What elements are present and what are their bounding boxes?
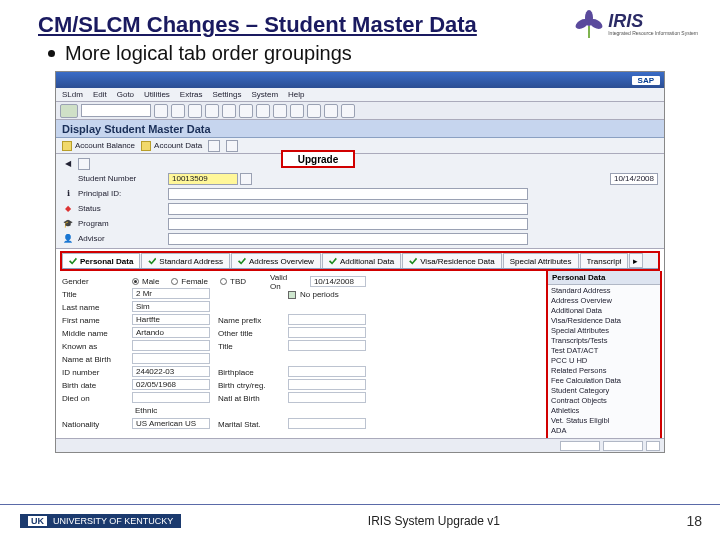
field-value[interactable] — [288, 327, 366, 338]
list-item[interactable]: Vet. Status Eligibl — [551, 416, 657, 426]
gender-male-radio[interactable]: Male — [132, 277, 159, 286]
list-item[interactable]: Fee Calculation Data — [551, 376, 657, 386]
ethnic-field[interactable]: Ethnic — [132, 405, 210, 416]
list-item[interactable]: Address Overview — [551, 296, 657, 306]
field-value[interactable] — [132, 353, 210, 364]
menu-item[interactable]: Utilities — [144, 90, 170, 99]
advisor-icon: 👤 — [62, 234, 74, 243]
bullet-text: More logical tab order groupings — [65, 42, 352, 65]
gender-tbd-radio[interactable]: TBD — [220, 277, 246, 286]
search-help-button[interactable] — [240, 173, 252, 185]
field-value[interactable]: Artando — [132, 327, 210, 338]
tab-special-attributes[interactable]: Special Attributes — [503, 253, 579, 268]
field-label: Middle name — [62, 327, 124, 340]
field-value[interactable] — [288, 392, 366, 403]
menu-item[interactable]: Settings — [213, 90, 242, 99]
menu-item[interactable]: SLdm — [62, 90, 83, 99]
field-label: Nationality — [62, 418, 124, 431]
list-item[interactable]: Contract Objects — [551, 396, 657, 406]
side-panel-list[interactable]: Standard Address Address Overview Additi… — [548, 285, 660, 449]
application-toolbar: Account Balance Account Data — [56, 138, 664, 154]
list-item[interactable]: Related Persons — [551, 366, 657, 376]
menu-bar[interactable]: SLdm Edit Goto Utilities Extras Settings… — [56, 88, 664, 102]
field-value[interactable]: US American US — [132, 418, 210, 429]
menu-item[interactable]: Goto — [117, 90, 134, 99]
field-value[interactable] — [288, 418, 366, 429]
list-item[interactable]: Visa/Residence Data — [551, 316, 657, 326]
field-value[interactable] — [288, 314, 366, 325]
tab-transcript[interactable]: Transcript — [580, 253, 628, 268]
gender-female-radio[interactable]: Female — [171, 277, 208, 286]
field-value[interactable] — [288, 340, 366, 351]
account-balance-button[interactable]: Account Balance — [62, 141, 135, 151]
toolbar-button[interactable] — [341, 104, 355, 118]
list-item[interactable]: PCC U HD — [551, 356, 657, 366]
toolbar-button[interactable] — [273, 104, 287, 118]
personal-data-form: Gender Male Female TBD Valid On 10/14/20… — [56, 271, 546, 451]
toolbar-button[interactable] — [222, 104, 236, 118]
toolbar-button[interactable] — [307, 104, 321, 118]
document-icon — [141, 141, 151, 151]
list-item[interactable]: Additional Data — [551, 306, 657, 316]
menu-item[interactable]: Help — [288, 90, 304, 99]
tab-personal-data[interactable]: Personal Data — [62, 253, 140, 268]
toolbar-button[interactable] — [60, 104, 78, 118]
field-value[interactable] — [132, 340, 210, 351]
field-value[interactable]: 02/05/1968 — [132, 379, 210, 390]
toolbar-button[interactable] — [290, 104, 304, 118]
menu-item[interactable]: Edit — [93, 90, 107, 99]
student-number-field[interactable]: 10013509 — [168, 173, 238, 185]
tab-standard-address[interactable]: Standard Address — [141, 253, 230, 268]
toolbar-button[interactable] — [239, 104, 253, 118]
toolbar-button[interactable] — [205, 104, 219, 118]
field-value[interactable]: Hartfte — [132, 314, 210, 325]
tab-additional-data[interactable]: Additional Data — [322, 253, 401, 268]
sap-brand-badge: SAP — [632, 76, 660, 85]
toolbar-button[interactable] — [188, 104, 202, 118]
field-value[interactable] — [288, 379, 366, 390]
program-field — [168, 218, 528, 230]
tab-address-overview[interactable]: Address Overview — [231, 253, 321, 268]
valid-on-field[interactable]: 10/14/2008 — [310, 276, 366, 287]
field-value[interactable] — [288, 366, 366, 377]
key-date-field[interactable]: 10/14/2008 — [610, 173, 658, 185]
menu-item[interactable]: Extras — [180, 90, 203, 99]
toolbar-button[interactable] — [324, 104, 338, 118]
collapse-icon[interactable]: ◀ — [62, 159, 74, 168]
status-icon: ◆ — [62, 204, 74, 213]
application-title: Display Student Master Data — [56, 120, 664, 138]
list-item[interactable]: Special Attributes — [551, 326, 657, 336]
toolbar-button[interactable] — [256, 104, 270, 118]
account-data-button[interactable]: Account Data — [141, 141, 202, 151]
status-label: Status — [78, 204, 168, 213]
field-value[interactable]: 244022-03 — [132, 366, 210, 377]
list-item[interactable]: Athletics — [551, 406, 657, 416]
check-icon — [409, 257, 417, 265]
command-field[interactable] — [81, 104, 151, 117]
tab-visa-residence[interactable]: Visa/Residence Data — [402, 253, 502, 268]
toolbar-button[interactable] — [171, 104, 185, 118]
list-item[interactable]: Transcripts/Tests — [551, 336, 657, 346]
iris-logo-text: IRIS — [608, 11, 643, 31]
field-label: Last name — [62, 301, 124, 314]
tab-scroll-right[interactable]: ▸ — [629, 253, 643, 268]
field-label: Died on — [62, 392, 124, 405]
toolbar-icon-button[interactable] — [208, 140, 220, 152]
field-value[interactable]: Sim — [132, 301, 210, 312]
field-value[interactable] — [132, 392, 210, 403]
bullet-icon — [48, 50, 55, 57]
standard-toolbar — [56, 102, 664, 120]
bullet-item: More logical tab order groupings — [0, 40, 720, 71]
menu-item[interactable]: System — [251, 90, 278, 99]
field-value[interactable]: 2 Mr — [132, 288, 210, 299]
toolbar-button[interactable] — [154, 104, 168, 118]
page-number: 18 — [686, 513, 702, 529]
list-item[interactable]: ADA — [551, 426, 657, 436]
toolbar-icon-button[interactable] — [226, 140, 238, 152]
list-item[interactable]: Test DAT/ACT — [551, 346, 657, 356]
iris-logo: IRIS Integrated Resource Information Sys… — [574, 8, 698, 38]
icon-button[interactable] — [78, 158, 90, 170]
no-periods-checkbox[interactable] — [288, 291, 296, 299]
list-item[interactable]: Student Category — [551, 386, 657, 396]
list-item[interactable]: Standard Address — [551, 286, 657, 296]
